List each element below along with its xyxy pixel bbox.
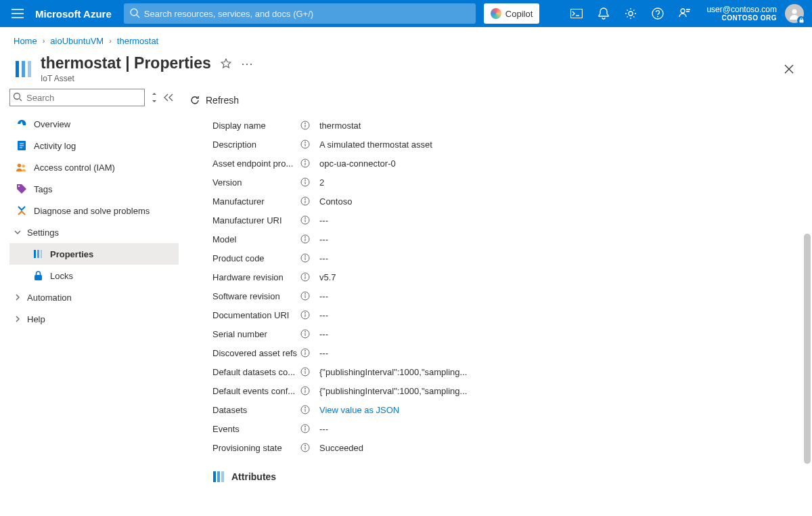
prop-label: Serial number <box>212 329 299 339</box>
prop-value: {"publishingInterval":1000,"sampling... <box>319 367 467 377</box>
info-icon[interactable] <box>300 234 310 244</box>
info-icon[interactable] <box>300 424 310 433</box>
info-icon[interactable] <box>300 386 310 395</box>
favorite-button[interactable] <box>221 58 231 69</box>
prop-label: Documentation URI <box>212 310 299 320</box>
svg-point-21 <box>18 186 20 187</box>
sidebar-item-tags[interactable]: Tags <box>9 178 179 200</box>
chevron-right-icon <box>14 315 22 323</box>
sidebar-item-properties[interactable]: Properties <box>9 243 179 265</box>
hamburger-menu[interactable] <box>4 0 31 27</box>
prop-value: Succeeded <box>319 443 363 453</box>
breadcrumb-vm[interactable]: aioUbuntuVM <box>50 36 104 46</box>
info-icon[interactable] <box>300 272 310 282</box>
svg-point-7 <box>681 9 685 13</box>
svg-point-34 <box>304 160 306 162</box>
svg-point-49 <box>304 255 306 257</box>
sidebar-expand-button[interactable] <box>149 90 159 105</box>
svg-point-67 <box>304 369 306 370</box>
info-icon[interactable] <box>300 196 310 206</box>
svg-line-1 <box>137 15 139 18</box>
scrollbar-thumb[interactable] <box>804 234 811 464</box>
prop-row-prov-state: Provisioning state Succeeded <box>212 438 805 457</box>
sidebar-item-locks[interactable]: Locks <box>9 265 179 286</box>
more-button[interactable]: ⋯ <box>241 56 253 71</box>
topbar-icons <box>563 0 698 27</box>
svg-point-52 <box>304 274 306 276</box>
chevron-down-icon <box>14 228 22 236</box>
user-org: CONTOSO ORG <box>722 14 777 22</box>
prop-label: Software revision <box>212 291 299 301</box>
prop-label: Manufacturer URI <box>212 215 299 225</box>
help-icon <box>652 7 664 20</box>
copilot-button[interactable]: Copilot <box>484 3 539 24</box>
svg-rect-12 <box>28 61 31 77</box>
search-icon <box>129 7 140 18</box>
close-blade-button[interactable] <box>784 64 794 74</box>
bell-icon <box>598 7 609 20</box>
properties-list: Display name thermostat Description A si… <box>189 112 805 491</box>
sidebar-item-overview[interactable]: Overview <box>9 113 179 135</box>
nav-label: Tags <box>34 184 52 194</box>
info-icon[interactable] <box>300 121 310 130</box>
info-icon[interactable] <box>300 348 310 358</box>
refresh-icon <box>189 95 200 106</box>
sidebar-item-diagnose[interactable]: Diagnose and solve problems <box>9 200 179 221</box>
breadcrumb-home[interactable]: Home <box>14 36 37 46</box>
info-icon[interactable] <box>300 158 310 168</box>
prop-value: --- <box>319 348 328 358</box>
prop-row-manufacturer-uri: Manufacturer URI --- <box>212 211 805 230</box>
scrollbar-track[interactable] <box>803 85 812 510</box>
nav-label: Help <box>27 314 45 324</box>
sidebar-section-help[interactable]: Help <box>9 308 179 330</box>
global-search-input[interactable] <box>124 3 476 24</box>
svg-point-76 <box>304 426 306 427</box>
info-icon[interactable] <box>300 367 310 377</box>
info-icon[interactable] <box>300 443 310 452</box>
breadcrumb-sep: › <box>43 37 45 45</box>
prop-value: thermostat <box>319 121 361 131</box>
nav-label: Properties <box>50 249 93 259</box>
view-json-link[interactable]: View value as JSON <box>319 405 399 415</box>
svg-rect-23 <box>37 250 39 258</box>
sidebar-section-automation[interactable]: Automation <box>9 286 179 308</box>
sidebar-search-input[interactable] <box>9 89 145 106</box>
breadcrumb-asset[interactable]: thermostat <box>117 36 158 46</box>
sidebar: Overview Activity log Access control (IA… <box>0 85 179 516</box>
feedback-button[interactable] <box>671 0 698 27</box>
info-icon[interactable] <box>300 139 310 149</box>
nav-label: Settings <box>27 228 59 238</box>
brand-label[interactable]: Microsoft Azure <box>31 8 124 20</box>
prop-value: --- <box>319 234 328 244</box>
settings-button[interactable] <box>617 0 644 27</box>
prop-row-def-ds: Default datasets co... {"publishingInter… <box>212 362 805 381</box>
prop-row-product-code: Product code --- <box>212 249 805 267</box>
info-icon[interactable] <box>300 329 310 339</box>
info-icon[interactable] <box>300 215 310 225</box>
svg-point-58 <box>304 312 306 314</box>
notifications-button[interactable] <box>590 0 617 27</box>
prop-row-model: Model --- <box>212 230 805 249</box>
avatar[interactable] <box>785 4 804 23</box>
info-icon[interactable] <box>300 253 310 263</box>
diagnose-icon <box>16 205 27 216</box>
help-button[interactable] <box>644 0 671 27</box>
info-icon[interactable] <box>300 177 310 187</box>
nav-label: Diagnose and solve problems <box>34 206 150 216</box>
user-area[interactable]: user@contoso.com CONTOSO ORG <box>698 5 781 22</box>
prop-label: Manufacturer <box>212 196 299 207</box>
svg-rect-11 <box>22 61 25 77</box>
prop-row-manufacturer: Manufacturer Contoso <box>212 192 805 211</box>
prop-label: Display name <box>212 121 299 131</box>
refresh-button[interactable]: Refresh <box>189 95 239 106</box>
info-icon[interactable] <box>300 310 310 320</box>
cloud-shell-button[interactable] <box>563 0 590 27</box>
info-icon[interactable] <box>300 405 310 414</box>
sidebar-collapse-button[interactable] <box>163 90 173 105</box>
refresh-label: Refresh <box>206 95 239 106</box>
sidebar-item-iam[interactable]: Access control (IAM) <box>9 156 179 178</box>
info-icon[interactable] <box>300 291 310 301</box>
sidebar-item-activity-log[interactable]: Activity log <box>9 135 179 156</box>
sidebar-section-settings[interactable]: Settings <box>9 221 179 243</box>
prop-value: v5.7 <box>319 272 336 282</box>
